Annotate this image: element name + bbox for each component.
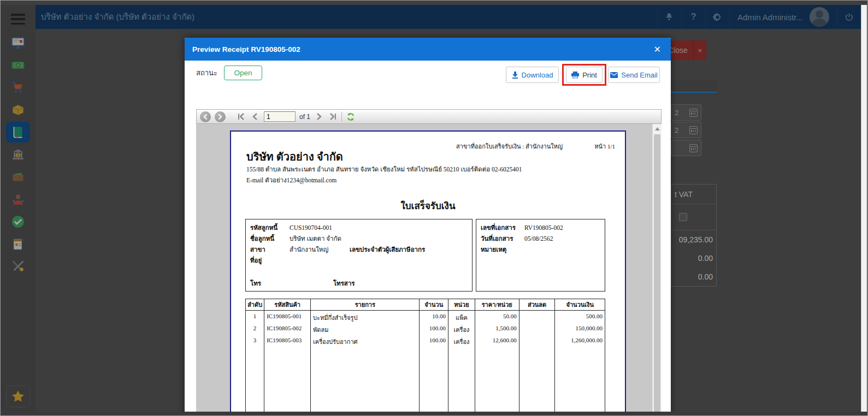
customer-name: บริษัท เมตตา จำกัด	[290, 233, 341, 244]
sidebar-item-petty-cash[interactable]	[6, 167, 30, 187]
table-row: 3 IC190805-003 เครื่องปรับอากาศ 100.00 เ…	[246, 335, 605, 347]
background-tab-active[interactable]	[671, 80, 717, 93]
calendar-icon[interactable]	[689, 109, 698, 117]
download-button[interactable]: Download	[506, 67, 559, 83]
svg-text:$: $	[15, 242, 17, 246]
modal-body: สถานะ Open Download Print Send Email	[185, 61, 671, 416]
refresh-button[interactable]	[346, 111, 356, 122]
logout-power-icon[interactable]	[837, 5, 861, 29]
status-label: สถานะ	[196, 67, 217, 79]
preview-receipt-modal: Preview Receipt RV190805-002 ✕ สถานะ Ope…	[185, 38, 671, 416]
sidebar-item-settings-tools[interactable]	[6, 256, 30, 277]
table-row: 1 IC190805-001 บะหมี่กึ่งสำเร็จรูป 10.00…	[246, 311, 605, 323]
presentation-chart-icon	[11, 35, 25, 50]
user-name: Admin Administr...	[737, 13, 803, 22]
doc-title: ใบเสร็จรับเงิน	[231, 198, 625, 213]
app-window: บริษัท ตัวอย่าง จำกัด (บริษัท ตัวอย่าง จ…	[0, 0, 868, 416]
cash-icon	[11, 58, 25, 72]
package-box-icon	[11, 103, 25, 117]
modal-title: Preview Receipt RV190805-002	[192, 45, 652, 54]
amount-total: 09,235.00	[671, 230, 716, 249]
history-forward-button[interactable]	[215, 111, 226, 122]
pdf-viewer: สาขาที่ออกใบเสร็จรับเงิน : สำนักงานใหญ่ …	[196, 124, 662, 416]
history-back-button[interactable]	[200, 111, 211, 122]
sidebar-item-finance[interactable]	[6, 55, 30, 75]
wallet-icon	[11, 170, 25, 184]
doc-page-number: หน้า 1/1	[594, 141, 615, 151]
receipt-document: สาขาที่ออกใบเสร็จรับเงิน : สำนักงานใหญ่ …	[230, 130, 626, 416]
calendar-icon[interactable]	[689, 126, 698, 134]
avatar[interactable]	[810, 7, 829, 27]
star-icon	[10, 389, 26, 404]
doc-company-email: E-mail ตัวอย่าง1234@hotmail.com	[246, 175, 336, 185]
hamburger-menu-icon[interactable]	[11, 14, 25, 25]
user-menu[interactable]: Admin Administr...	[729, 5, 810, 29]
download-icon	[512, 72, 518, 79]
sidebar-item-accounting-book[interactable]	[6, 122, 30, 142]
book-icon	[11, 125, 25, 139]
date-input-2[interactable]: 2	[671, 122, 701, 138]
vat-checkbox[interactable]	[679, 213, 687, 221]
person-icon	[11, 192, 25, 206]
first-page-button[interactable]	[237, 111, 246, 122]
window-top-edge	[1, 1, 867, 5]
next-page-button[interactable]	[314, 111, 324, 122]
top-navbar: บริษัท ตัวอย่าง จำกัด (บริษัท ตัวอย่าง จ…	[36, 5, 861, 29]
customer-info-box: รหัสลูกหนี้ CUS190704-001 ชื่อลูกหนี้ บร…	[245, 219, 473, 292]
vat-header: t VAT	[671, 185, 716, 204]
sidebar-item-inventory[interactable]	[6, 99, 30, 120]
tools-icon	[11, 259, 25, 274]
check-circle-icon	[11, 215, 25, 229]
send-email-button[interactable]: Send Email	[608, 67, 660, 83]
bank-icon: $	[11, 147, 25, 162]
table-row: 2 IC190805-002 พัดลม 100.00 เครื่อง 1,50…	[246, 323, 605, 335]
doc-date: 05/08/2562	[524, 233, 553, 244]
page-scrollbar[interactable]	[861, 5, 867, 412]
sidebar: $ $	[1, 5, 36, 412]
sidebar-item-favorites[interactable]	[6, 385, 30, 407]
invoice-icon: $	[11, 237, 25, 251]
page-number-input[interactable]	[264, 111, 296, 122]
last-page-button[interactable]	[328, 111, 338, 122]
line-items-table: ลำดับ รหัสสินค้า รายการ จำนวน หน่วย ราคา…	[245, 299, 605, 416]
printer-icon	[571, 72, 579, 79]
settings-gear-icon[interactable]	[705, 5, 729, 29]
date-input-3[interactable]	[671, 140, 701, 156]
company-title: บริษัท ตัวอย่าง จำกัด (บริษัท ตัวอย่าง จ…	[36, 10, 657, 23]
date-input-1[interactable]: 2	[671, 104, 701, 121]
shopping-cart-icon	[11, 80, 25, 94]
amount-vat: 0.00	[671, 268, 716, 286]
viewer-scrollbar[interactable]	[652, 124, 662, 416]
envelope-icon	[610, 72, 618, 78]
sidebar-item-billing-document[interactable]: $	[6, 234, 30, 254]
notifications-bell-icon[interactable]	[657, 5, 681, 29]
sidebar-item-purchase[interactable]	[6, 77, 30, 98]
sidebar-item-approve[interactable]	[6, 211, 30, 232]
pdf-toolbar: of 1	[196, 109, 662, 124]
doc-company-address: 155/88 ตำบล สันพระเนตร อำเภอ สันทราย จัง…	[246, 164, 522, 174]
sidebar-item-customer[interactable]	[6, 189, 30, 210]
sidebar-item-dashboard[interactable]	[6, 32, 30, 53]
vat-summary-panel: t VAT 09,235.00 0.00 0.00	[671, 184, 717, 287]
scroll-up-icon[interactable]	[653, 124, 662, 133]
navbar-actions: ? Admin Administr...	[657, 5, 861, 29]
page-count-label: of 1	[299, 113, 310, 121]
window-bottom-edge	[1, 412, 867, 415]
help-icon[interactable]: ?	[681, 5, 705, 29]
modal-header: Preview Receipt RV190805-002 ✕	[185, 38, 671, 61]
table-header-row: ลำดับ รหัสสินค้า รายการ จำนวน หน่วย ราคา…	[246, 299, 605, 311]
close-x-icon: ×	[693, 40, 706, 60]
modal-close-icon[interactable]: ✕	[652, 43, 663, 56]
calendar-icon[interactable]	[689, 144, 698, 152]
previous-page-button[interactable]	[250, 111, 260, 122]
viewer-scrollbar-thumb[interactable]	[654, 134, 660, 416]
customer-code: CUS190704-001	[290, 222, 332, 233]
sidebar-item-banking[interactable]: $	[6, 144, 30, 165]
svg-text:$: $	[16, 152, 19, 158]
doc-company-name: บริษัท ตัวอย่าง จำกัด	[246, 148, 343, 165]
table-empty-area	[246, 347, 605, 416]
document-info-box: เลขที่เอกสาร RV190805-002 วันที่เอกสาร 0…	[476, 219, 605, 292]
amount-discount: 0.00	[671, 249, 716, 268]
print-button[interactable]: Print	[566, 67, 603, 83]
issuing-branch-line: สาขาที่ออกใบเสร็จรับเงิน : สำนักงานใหญ่	[456, 141, 563, 151]
